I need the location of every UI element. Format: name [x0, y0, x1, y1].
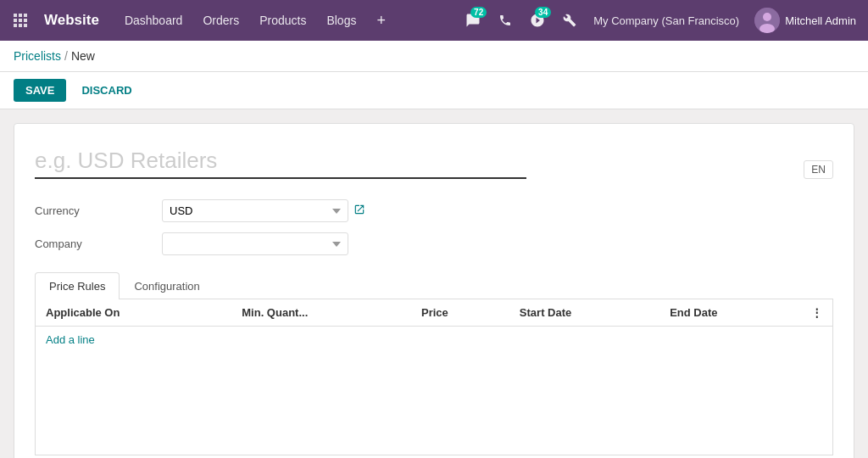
tabs-bar: Price Rules Configuration	[35, 272, 833, 299]
svg-rect-4	[19, 19, 22, 22]
breadcrumb: Pricelists / New	[0, 41, 868, 72]
empty-space-row	[36, 353, 832, 455]
currency-select[interactable]: USD	[162, 199, 348, 222]
svg-rect-2	[24, 14, 27, 17]
col-applicable-on: Applicable On	[36, 299, 231, 327]
brand-name[interactable]: Website	[37, 12, 106, 29]
nav-item-orders[interactable]: Orders	[194, 8, 248, 32]
currency-label: Currency	[35, 204, 162, 217]
company-field	[162, 232, 348, 255]
svg-rect-0	[14, 14, 17, 17]
col-min-qty: Min. Quant...	[231, 299, 411, 327]
phone-icon-button[interactable]	[492, 7, 519, 34]
form-toolbar: SAVE DISCARD	[0, 72, 868, 109]
grid-menu-icon[interactable]	[7, 7, 34, 34]
tab-price-rules[interactable]: Price Rules	[35, 272, 120, 299]
company-row: Company	[35, 232, 833, 255]
activity-icon-button[interactable]: 34	[524, 7, 551, 34]
company-label: Company	[35, 237, 162, 250]
form-fields: Currency USD Company	[35, 199, 833, 255]
svg-rect-1	[19, 14, 22, 17]
col-start-date: Start Date	[509, 299, 659, 327]
nav-item-dashboard[interactable]: Dashboard	[116, 8, 192, 32]
language-badge[interactable]: EN	[804, 160, 833, 179]
svg-rect-6	[14, 24, 17, 27]
discard-button[interactable]: DISCARD	[73, 79, 140, 102]
settings-icon-button[interactable]	[556, 7, 583, 34]
add-line-row: Add a line	[36, 327, 832, 354]
nav-icon-group: 72 34	[459, 7, 583, 34]
currency-row: Currency USD	[35, 199, 833, 222]
svg-point-10	[763, 13, 771, 21]
svg-rect-3	[14, 19, 17, 22]
col-options[interactable]: ⋮	[801, 299, 832, 327]
user-avatar	[754, 8, 780, 33]
col-price: Price	[411, 299, 509, 327]
breadcrumb-parent-link[interactable]: Pricelists	[14, 49, 61, 63]
breadcrumb-current: New	[71, 49, 95, 63]
currency-field: USD	[162, 199, 365, 222]
main-content: EN Currency USD Company	[0, 109, 868, 458]
price-rules-table-wrapper: Applicable On Min. Quant... Price Start …	[35, 299, 833, 455]
messaging-badge: 72	[470, 7, 487, 18]
company-selector[interactable]: My Company (San Francisco)	[587, 11, 746, 31]
name-row: EN	[35, 144, 833, 179]
nav-item-blogs[interactable]: Blogs	[318, 8, 364, 32]
tab-configuration[interactable]: Configuration	[120, 272, 214, 299]
pricelist-name-input[interactable]	[35, 144, 526, 179]
nav-item-products[interactable]: Products	[251, 8, 314, 32]
messaging-icon-button[interactable]: 72	[459, 7, 487, 34]
user-name: Mitchell Admin	[785, 14, 856, 27]
currency-external-link-icon[interactable]	[353, 204, 365, 218]
pricelist-form: EN Currency USD Company	[14, 123, 854, 458]
price-rules-table: Applicable On Min. Quant... Price Start …	[36, 299, 832, 455]
svg-rect-7	[19, 24, 22, 27]
company-select[interactable]	[162, 232, 348, 255]
nav-add-button[interactable]: +	[368, 7, 394, 35]
activity-badge: 34	[535, 7, 551, 18]
breadcrumb-separator: /	[64, 49, 68, 63]
svg-rect-8	[24, 24, 27, 27]
svg-rect-5	[24, 19, 27, 22]
top-navigation: Website Dashboard Orders Products Blogs …	[0, 0, 868, 41]
add-line-button[interactable]: Add a line	[46, 333, 95, 346]
col-end-date: End Date	[659, 299, 801, 327]
save-button[interactable]: SAVE	[14, 79, 66, 102]
user-menu[interactable]: Mitchell Admin	[749, 4, 861, 36]
